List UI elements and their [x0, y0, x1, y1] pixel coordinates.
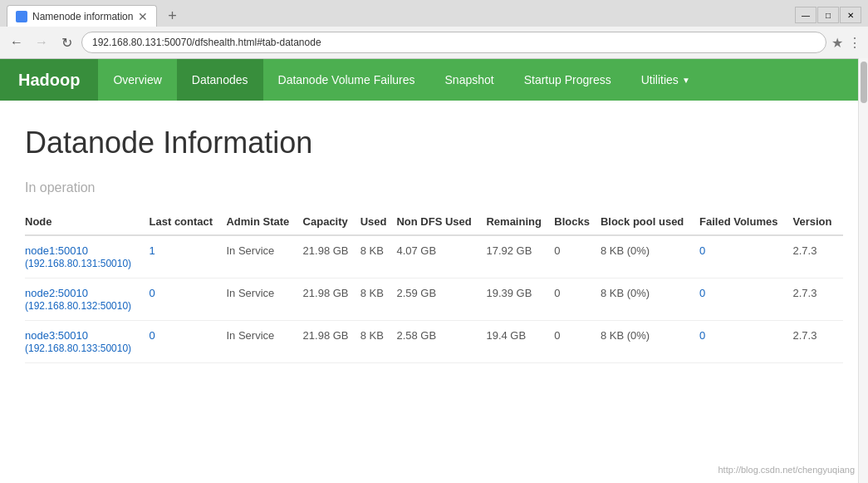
cell-non-dfs-used: 2.59 GB — [396, 278, 486, 321]
cell-blocks: 0 — [554, 278, 601, 321]
cell-non-dfs-used: 2.58 GB — [396, 321, 486, 363]
node-ip: (192.168.80.132:50010) — [25, 300, 131, 312]
close-button[interactable]: ✕ — [840, 7, 861, 23]
cell-node: node1:50010 (192.168.80.131:50010) — [25, 235, 150, 278]
table-row: node3:50010 (192.168.80.133:50010) 0 In … — [25, 321, 843, 363]
cell-admin-state: In Service — [226, 278, 302, 321]
cell-block-pool-used: 8 KB (0%) — [601, 235, 699, 278]
cell-non-dfs-used: 4.07 GB — [396, 235, 486, 278]
nav-snapshot[interactable]: Snapshot — [430, 59, 509, 101]
col-remaining: Remaining — [486, 209, 554, 235]
table-header-row: Node Last contact Admin State Capacity U… — [25, 209, 843, 235]
cell-used: 8 KB — [360, 235, 397, 278]
nav-datanodes[interactable]: Datanodes — [177, 59, 263, 101]
new-tab-button[interactable]: + — [160, 5, 184, 27]
nav-utilities[interactable]: Utilities ▼ — [626, 59, 705, 101]
reload-button[interactable]: ↻ — [56, 32, 76, 52]
back-button[interactable]: ← — [7, 32, 27, 52]
page-title: Datanode Information — [25, 126, 843, 160]
nav-startup-progress[interactable]: Startup Progress — [509, 59, 626, 101]
datanode-table: Node Last contact Admin State Capacity U… — [25, 209, 843, 363]
col-version: Version — [793, 209, 843, 235]
cell-blocks: 0 — [554, 321, 601, 363]
tab-title: Namenode information — [32, 11, 133, 22]
address-input[interactable] — [81, 32, 826, 53]
cell-version: 2.7.3 — [793, 235, 843, 278]
col-block-pool-used: Block pool used — [601, 209, 699, 235]
page-content: Hadoop Overview Datanodes Datanode Volum… — [0, 59, 868, 372]
navbar-brand: Hadoop — [0, 59, 98, 101]
table-row: node2:50010 (192.168.80.132:50010) 0 In … — [25, 278, 843, 321]
dropdown-arrow-icon: ▼ — [682, 76, 690, 85]
cell-capacity: 21.98 GB — [303, 321, 360, 363]
main-content: Datanode Information In operation Node L… — [0, 101, 868, 372]
cell-failed-volumes[interactable]: 0 — [699, 278, 793, 321]
col-capacity: Capacity — [303, 209, 360, 235]
tab-favicon — [16, 11, 27, 22]
cell-used: 8 KB — [360, 278, 397, 321]
node-ip: (192.168.80.131:50010) — [25, 258, 131, 269]
cell-capacity: 21.98 GB — [303, 278, 360, 321]
cell-node: node3:50010 (192.168.80.133:50010) — [25, 321, 150, 363]
browser-window: Namenode information ✕ + — □ ✕ ← → ↻ ★ ⋮… — [0, 0, 868, 483]
cell-capacity: 21.98 GB — [303, 235, 360, 278]
watermark: http://blog.csdn.net/chengyuqiang — [718, 465, 855, 475]
cell-last-contact[interactable]: 1 — [150, 235, 227, 278]
cell-block-pool-used: 8 KB (0%) — [601, 321, 699, 363]
maximize-button[interactable]: □ — [817, 7, 839, 23]
cell-failed-volumes[interactable]: 0 — [699, 235, 793, 278]
col-non-dfs-used: Non DFS Used — [396, 209, 486, 235]
section-title: In operation — [25, 180, 843, 195]
col-used: Used — [360, 209, 397, 235]
cell-version: 2.7.3 — [793, 278, 843, 321]
nav-datanode-volume-failures[interactable]: Datanode Volume Failures — [263, 59, 430, 101]
menu-button[interactable]: ⋮ — [848, 35, 861, 51]
tab-close-button[interactable]: ✕ — [138, 10, 148, 23]
cell-blocks: 0 — [554, 235, 601, 278]
col-admin-state: Admin State — [226, 209, 302, 235]
cell-last-contact[interactable]: 0 — [150, 278, 227, 321]
forward-button[interactable]: → — [32, 32, 51, 52]
node-link[interactable]: node1:50010 — [25, 244, 143, 257]
bookmark-button[interactable]: ★ — [831, 35, 843, 51]
cell-admin-state: In Service — [226, 235, 302, 278]
col-failed-volumes: Failed Volumes — [699, 209, 793, 235]
address-bar-row: ← → ↻ ★ ⋮ — [0, 27, 868, 58]
table-row: node1:50010 (192.168.80.131:50010) 1 In … — [25, 235, 843, 278]
browser-chrome: Namenode information ✕ + — □ ✕ ← → ↻ ★ ⋮ — [0, 0, 868, 59]
cell-version: 2.7.3 — [793, 321, 843, 363]
cell-last-contact[interactable]: 0 — [150, 321, 227, 363]
col-node: Node — [25, 209, 150, 235]
cell-admin-state: In Service — [226, 321, 302, 363]
cell-block-pool-used: 8 KB (0%) — [601, 278, 699, 321]
node-ip: (192.168.80.133:50010) — [25, 343, 131, 354]
scrollbar-track — [859, 58, 868, 483]
page-scrollbar[interactable] — [858, 58, 868, 483]
minimize-button[interactable]: — — [795, 7, 817, 23]
cell-remaining: 19.4 GB — [486, 321, 554, 363]
scrollbar-handle[interactable] — [861, 62, 867, 103]
cell-failed-volumes[interactable]: 0 — [699, 321, 793, 363]
cell-remaining: 19.39 GB — [486, 278, 554, 321]
node-link[interactable]: node2:50010 — [25, 287, 143, 299]
nav-overview[interactable]: Overview — [98, 59, 176, 101]
cell-used: 8 KB — [360, 321, 397, 363]
cell-remaining: 17.92 GB — [486, 235, 554, 278]
node-link[interactable]: node3:50010 — [25, 329, 143, 342]
col-last-contact: Last contact — [150, 209, 227, 235]
browser-tab[interactable]: Namenode information ✕ — [7, 5, 157, 27]
col-blocks: Blocks — [554, 209, 601, 235]
navbar: Hadoop Overview Datanodes Datanode Volum… — [0, 59, 868, 101]
cell-node: node2:50010 (192.168.80.132:50010) — [25, 278, 150, 321]
